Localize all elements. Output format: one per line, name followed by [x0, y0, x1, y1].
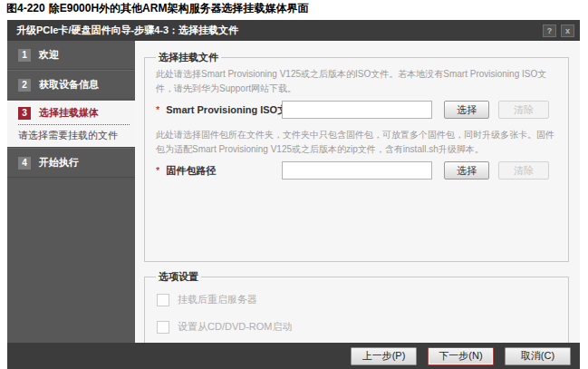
figure-number: 图4-220 — [6, 2, 45, 15]
checkbox-icon — [157, 294, 169, 306]
close-icon[interactable]: x — [561, 24, 574, 37]
option-settings-group: 选项设置 挂载后重启服务器 设置从CD/DVD-ROM启动 任务完成后重启服务器… — [144, 270, 569, 343]
select-mount-file-group: 选择挂载文件 此处请选择Smart Provisioning V125或之后版本… — [144, 51, 569, 262]
iso-file-row: * Smart Provisioning ISO文件 选择 清除 — [154, 101, 559, 119]
step-label: 选择挂载媒体 — [39, 106, 99, 120]
active-step-description: 请选择需要挂载的文件 — [18, 129, 130, 142]
firmware-path-input[interactable] — [282, 161, 432, 180]
select-mount-file-legend: 选择挂载文件 — [156, 51, 221, 64]
option-settings-legend: 选项设置 — [156, 270, 201, 284]
firmware-clear-button: 清除 — [498, 161, 549, 180]
iso-file-label: Smart Provisioning ISO文件 — [166, 103, 282, 117]
option-boot-from-cddvd: 设置从CD/DVD-ROM启动 — [157, 320, 559, 334]
iso-clear-button: 清除 — [498, 101, 549, 119]
dialog-titlebar: 升级PCIe卡/硬盘固件向导-步骤4-3：选择挂载文件 ? x — [7, 20, 580, 41]
firmware-path-label: 固件包路径 — [166, 164, 282, 178]
step-label: 开始执行 — [39, 156, 79, 170]
iso-select-button[interactable]: 选择 — [444, 101, 489, 119]
wizard-content-panel: 选择挂载文件 此处请选择Smart Provisioning V125或之后版本… — [135, 41, 580, 343]
spacer — [154, 189, 559, 256]
step-item-welcome: 1 欢迎 — [7, 41, 135, 70]
step-number-badge: 1 — [18, 49, 31, 62]
cancel-button[interactable]: 取消(C) — [505, 347, 571, 365]
checkbox-icon — [157, 321, 169, 334]
checkbox-label: 设置从CD/DVD-ROM启动 — [178, 320, 293, 334]
step-number-badge: 4 — [18, 157, 31, 170]
required-marker: * — [156, 165, 159, 176]
step-head: 3 选择挂载媒体 — [18, 106, 130, 120]
previous-step-button[interactable]: 上一步(P) — [351, 347, 417, 365]
required-marker: * — [156, 104, 159, 115]
active-step-divider — [18, 124, 130, 125]
firmware-select-button[interactable]: 选择 — [444, 161, 489, 180]
firmware-package-hint: 此处请选择固件包所在文件夹，文件夹中只包含固件包，可放置多个固件包，同时升级多张… — [156, 128, 559, 156]
step-item-select-media-active: 3 选择挂载媒体 请选择需要挂载的文件 — [7, 100, 135, 148]
step-label: 获取设备信息 — [39, 78, 99, 92]
iso-file-input[interactable] — [282, 101, 432, 119]
wizard-steps-sidebar: 1 欢迎 2 获取设备信息 3 选择挂载媒体 请选择需要挂载的文件 4 开始执行 — [7, 41, 135, 343]
step-item-device-info: 2 获取设备信息 — [7, 70, 135, 100]
step-label: 欢迎 — [39, 48, 59, 62]
firmware-path-row: * 固件包路径 选择 清除 — [154, 161, 559, 180]
sidebar-filler — [7, 178, 135, 343]
figure-caption: 图4-220除E9000H外的其他ARM架构服务器选择挂载媒体界面 — [6, 1, 308, 16]
dialog-footer: 上一步(P) 下一步(N) 取消(C) — [7, 343, 580, 369]
upgrade-wizard-dialog: 升级PCIe卡/硬盘固件向导-步骤4-3：选择挂载文件 ? x 1 欢迎 2 获… — [7, 20, 580, 369]
step-number-badge: 3 — [18, 107, 31, 120]
figure-caption-text: 除E9000H外的其他ARM架构服务器选择挂载媒体界面 — [49, 2, 309, 15]
dialog-body: 1 欢迎 2 获取设备信息 3 选择挂载媒体 请选择需要挂载的文件 4 开始执行 — [7, 41, 580, 343]
checkbox-label: 挂载后重启服务器 — [178, 293, 257, 306]
option-restart-after-mount: 挂载后重启服务器 — [157, 293, 559, 306]
help-icon[interactable]: ? — [543, 24, 556, 37]
iso-file-hint: 此处请选择Smart Provisioning V125或之后版本的ISO文件。… — [156, 67, 559, 95]
next-step-button[interactable]: 下一步(N) — [428, 347, 494, 365]
step-number-badge: 2 — [18, 79, 31, 92]
step-item-execute: 4 开始执行 — [7, 148, 135, 178]
dialog-title: 升级PCIe卡/硬盘固件向导-步骤4-3：选择挂载文件 — [16, 24, 538, 37]
